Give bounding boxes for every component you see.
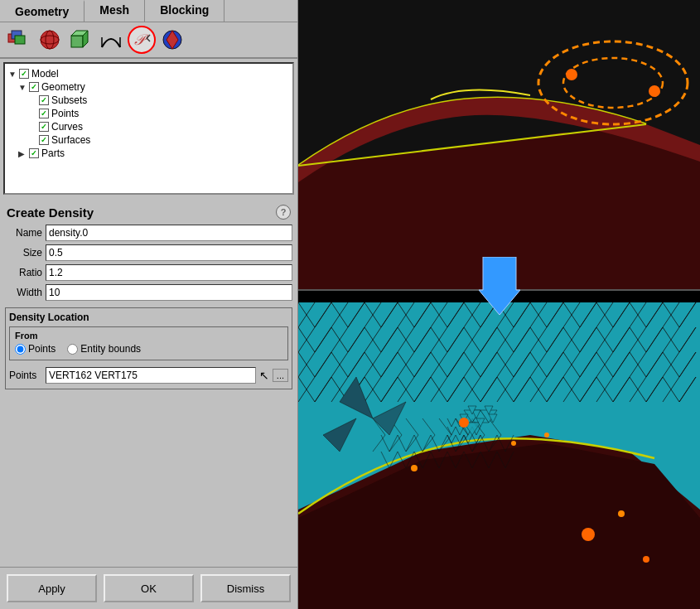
tree-item-curves[interactable]: ✓ Curves bbox=[28, 120, 289, 133]
svg-line-12 bbox=[147, 35, 150, 38]
viz-bottom-svg bbox=[298, 302, 700, 609]
svg-point-3 bbox=[41, 31, 59, 49]
tree-panel: ▼ ✓ Model ▼ ✓ Geometry ✓ Subsets ✓ Point… bbox=[3, 62, 294, 195]
points-field-label: Points bbox=[9, 370, 42, 381]
radio-entity-label: Entity bounds bbox=[80, 343, 141, 355]
ratio-input[interactable] bbox=[46, 264, 292, 281]
svg-point-39 bbox=[582, 528, 595, 541]
ratio-label: Ratio bbox=[5, 267, 42, 278]
tree-item-geometry[interactable]: ▼ ✓ Geometry bbox=[18, 80, 289, 94]
svg-point-42 bbox=[511, 441, 516, 446]
create-density-header: Create Density ? bbox=[0, 198, 297, 223]
density-icon[interactable]: 𝒫 bbox=[128, 26, 156, 54]
from-group: From Points Entity bounds bbox=[9, 326, 288, 360]
svg-marker-24 bbox=[479, 257, 520, 315]
width-input[interactable] bbox=[46, 284, 292, 301]
svg-text:𝒫: 𝒫 bbox=[133, 31, 149, 48]
name-input[interactable] bbox=[46, 225, 292, 241]
expand-subsets[interactable] bbox=[28, 96, 36, 105]
size-label: Size bbox=[5, 247, 42, 259]
svg-line-13 bbox=[147, 38, 150, 41]
more-options-button[interactable]: ... bbox=[273, 369, 288, 382]
tree-item-model[interactable]: ▼ ✓ Model bbox=[8, 67, 289, 80]
expand-geometry[interactable]: ▼ bbox=[18, 83, 27, 92]
tree-item-parts[interactable]: ▶ ✓ Parts bbox=[18, 147, 289, 160]
tree-label-geometry: Geometry bbox=[41, 81, 85, 93]
expand-points[interactable] bbox=[28, 109, 36, 118]
expand-model[interactable]: ▼ bbox=[8, 70, 17, 79]
points-row: Points ↖ ... bbox=[9, 365, 288, 385]
create-density-title: Create Density bbox=[7, 205, 94, 220]
right-panel bbox=[298, 0, 700, 609]
tree-label-curves: Curves bbox=[51, 121, 83, 133]
name-row: Name bbox=[0, 223, 297, 243]
ratio-row: Ratio bbox=[0, 263, 297, 283]
viz-top bbox=[298, 0, 700, 290]
width-label: Width bbox=[5, 287, 42, 298]
radio-row: Points Entity bounds bbox=[15, 343, 282, 355]
select-cursor-icon[interactable]: ↖ bbox=[259, 369, 269, 382]
checkbox-points[interactable]: ✓ bbox=[39, 109, 49, 118]
sphere-icon[interactable] bbox=[36, 26, 64, 54]
dismiss-button[interactable]: Dismiss bbox=[200, 574, 291, 602]
tree-item-surfaces[interactable]: ✓ Surfaces bbox=[28, 133, 289, 147]
checkbox-geometry[interactable]: ✓ bbox=[29, 82, 39, 92]
expand-surfaces[interactable] bbox=[28, 136, 36, 145]
tree-label-parts: Parts bbox=[41, 147, 65, 159]
radio-points-label: Points bbox=[28, 343, 56, 355]
svg-point-22 bbox=[566, 69, 577, 80]
radio-points[interactable]: Points bbox=[15, 343, 56, 355]
tree-label-surfaces: Surfaces bbox=[51, 134, 90, 146]
radio-entity-input[interactable] bbox=[67, 344, 78, 355]
svg-rect-6 bbox=[71, 36, 83, 47]
width-row: Width bbox=[0, 283, 297, 302]
toolbar-tabs: Geometry Mesh Blocking bbox=[0, 0, 297, 22]
box-icon[interactable] bbox=[66, 26, 94, 54]
viz-top-svg bbox=[298, 0, 700, 290]
checkbox-subsets[interactable]: ✓ bbox=[39, 95, 49, 105]
tree-label-subsets: Subsets bbox=[51, 94, 87, 106]
toolbar: Geometry Mesh Blocking bbox=[0, 0, 297, 59]
points-input[interactable] bbox=[46, 367, 256, 384]
arrow-down-icon bbox=[479, 257, 520, 315]
toolbar-icons: 𝒫 bbox=[0, 22, 297, 57]
svg-point-43 bbox=[618, 510, 625, 517]
from-title: From bbox=[15, 331, 282, 341]
svg-point-23 bbox=[649, 85, 660, 97]
checkbox-model[interactable]: ✓ bbox=[19, 69, 29, 79]
svg-point-40 bbox=[411, 465, 418, 471]
size-row: Size bbox=[0, 243, 297, 263]
tree-label-points: Points bbox=[51, 108, 79, 119]
checkbox-curves[interactable]: ✓ bbox=[39, 122, 49, 132]
ok-button[interactable]: OK bbox=[104, 574, 194, 602]
curve-icon[interactable] bbox=[97, 26, 125, 54]
tree-item-subsets[interactable]: ✓ Subsets bbox=[28, 94, 289, 107]
expand-parts[interactable]: ▶ bbox=[18, 149, 27, 158]
radio-points-input[interactable] bbox=[15, 344, 26, 355]
tree-label-model: Model bbox=[31, 68, 59, 80]
tab-mesh[interactable]: Mesh bbox=[84, 0, 145, 22]
name-label: Name bbox=[5, 227, 42, 239]
checkbox-surfaces[interactable]: ✓ bbox=[39, 135, 49, 145]
apply-button[interactable]: Apply bbox=[7, 574, 97, 602]
tab-geometry[interactable]: Geometry bbox=[0, 0, 84, 22]
model-icon[interactable] bbox=[5, 26, 33, 54]
tab-blocking[interactable]: Blocking bbox=[145, 0, 224, 22]
viz-bottom bbox=[298, 302, 700, 609]
help-icon[interactable]: ? bbox=[276, 205, 291, 220]
radio-entity-bounds[interactable]: Entity bounds bbox=[67, 343, 141, 355]
svg-rect-2 bbox=[15, 36, 25, 44]
expand-curves[interactable] bbox=[28, 123, 36, 132]
svg-point-38 bbox=[459, 418, 469, 428]
left-panel: Geometry Mesh Blocking bbox=[0, 0, 298, 609]
checkbox-parts[interactable]: ✓ bbox=[29, 148, 39, 158]
tree-item-points[interactable]: ✓ Points bbox=[28, 107, 289, 120]
svg-point-41 bbox=[544, 433, 549, 437]
svg-point-44 bbox=[643, 556, 649, 563]
density-location-title: Density Location bbox=[9, 312, 288, 323]
bottom-buttons: Apply OK Dismiss bbox=[0, 567, 297, 609]
density-location: Density Location From Points Entity boun… bbox=[5, 307, 292, 389]
size-input[interactable] bbox=[46, 244, 292, 261]
axis-icon[interactable] bbox=[158, 26, 186, 54]
